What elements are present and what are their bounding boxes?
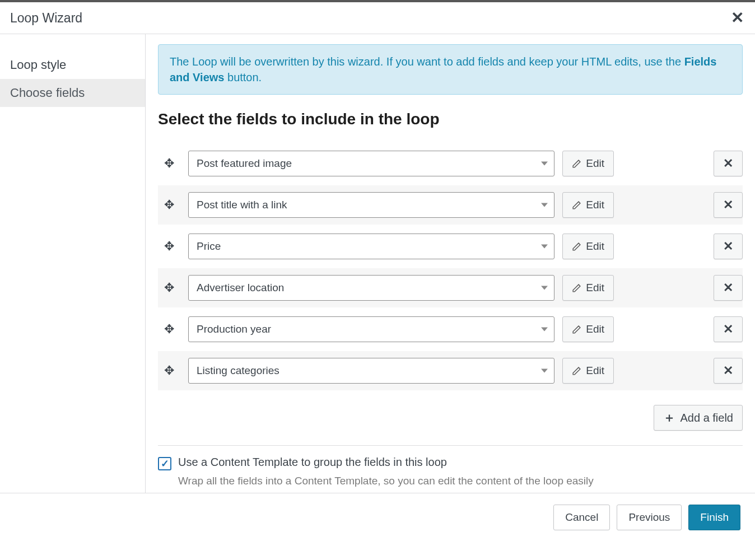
close-icon: ✕ bbox=[723, 281, 733, 295]
dialog-body: Loop style Choose fields The Loop will b… bbox=[0, 34, 755, 493]
remove-button[interactable]: ✕ bbox=[714, 151, 743, 176]
previous-button[interactable]: Previous bbox=[617, 505, 682, 530]
edit-button[interactable]: Edit bbox=[562, 192, 614, 218]
chevron-down-icon bbox=[541, 162, 548, 166]
edit-button[interactable]: Edit bbox=[562, 275, 614, 301]
chevron-down-icon bbox=[541, 203, 548, 207]
previous-button-label: Previous bbox=[628, 511, 670, 523]
edit-button-label: Edit bbox=[586, 282, 604, 294]
field-row: ✥ Post title with a link Edit ✕ bbox=[158, 185, 743, 225]
close-icon: ✕ bbox=[723, 363, 733, 378]
chevron-down-icon bbox=[541, 245, 548, 249]
pencil-icon bbox=[572, 325, 581, 334]
finish-button-label: Finish bbox=[700, 511, 729, 523]
drag-handle-icon[interactable]: ✥ bbox=[164, 281, 174, 295]
field-select-value: Advertiser location bbox=[197, 282, 284, 294]
section-title: Select the fields to include in the loop bbox=[158, 110, 743, 128]
dialog-title: Loop Wizard bbox=[10, 11, 82, 26]
edit-button-label: Edit bbox=[586, 157, 604, 170]
chevron-down-icon bbox=[541, 328, 548, 332]
cancel-button[interactable]: Cancel bbox=[553, 505, 610, 530]
notice-text-pre: The Loop will be overwritten by this wiz… bbox=[170, 55, 684, 68]
drag-handle-icon[interactable]: ✥ bbox=[164, 363, 174, 378]
edit-button-label: Edit bbox=[586, 365, 604, 377]
wizard-sidebar: Loop style Choose fields bbox=[0, 34, 146, 493]
field-select-value: Production year bbox=[197, 323, 271, 335]
edit-button-label: Edit bbox=[586, 240, 604, 253]
field-select[interactable]: Post featured image bbox=[188, 151, 554, 176]
sidebar-item-choose-fields[interactable]: Choose fields bbox=[0, 79, 145, 107]
edit-button[interactable]: Edit bbox=[562, 316, 614, 342]
dialog-header: Loop Wizard ✕ bbox=[0, 2, 755, 34]
field-select[interactable]: Listing categories bbox=[188, 358, 554, 384]
close-icon: ✕ bbox=[723, 198, 733, 212]
pencil-icon bbox=[572, 242, 581, 251]
field-row: ✥ Advertiser location Edit ✕ bbox=[158, 268, 743, 307]
remove-button[interactable]: ✕ bbox=[714, 316, 743, 342]
field-row: ✥ Post featured image Edit ✕ bbox=[158, 144, 743, 183]
content-template-label: Use a Content Template to group the fiel… bbox=[178, 456, 447, 469]
drag-handle-icon[interactable]: ✥ bbox=[164, 239, 174, 254]
add-field-button[interactable]: ＋ Add a field bbox=[654, 405, 743, 431]
plus-icon: ＋ bbox=[663, 409, 675, 426]
edit-button[interactable]: Edit bbox=[562, 358, 614, 384]
info-notice: The Loop will be overwritten by this wiz… bbox=[158, 44, 743, 95]
remove-button[interactable]: ✕ bbox=[714, 234, 743, 259]
field-select[interactable]: Price bbox=[188, 234, 554, 259]
main-panel: The Loop will be overwritten by this wiz… bbox=[146, 34, 755, 493]
pencil-icon bbox=[572, 159, 581, 169]
field-row: ✥ Listing categories Edit ✕ bbox=[158, 351, 743, 390]
field-row: ✥ Price Edit ✕ bbox=[158, 227, 743, 266]
chevron-down-icon bbox=[541, 369, 548, 373]
pencil-icon bbox=[572, 200, 581, 210]
close-icon: ✕ bbox=[723, 322, 733, 337]
notice-text-post: button. bbox=[224, 71, 262, 83]
field-select-value: Price bbox=[197, 240, 221, 253]
edit-button-label: Edit bbox=[586, 199, 604, 211]
add-field-row: ＋ Add a field bbox=[158, 393, 743, 445]
sidebar-item-label: Loop style bbox=[10, 58, 66, 72]
content-template-sublabel: Wrap all the fields into a Content Templ… bbox=[158, 475, 743, 487]
remove-button[interactable]: ✕ bbox=[714, 192, 743, 218]
checkmark-icon: ✓ bbox=[161, 458, 169, 470]
sidebar-item-loop-style[interactable]: Loop style bbox=[0, 51, 145, 79]
chevron-down-icon bbox=[541, 286, 548, 290]
field-select-value: Listing categories bbox=[197, 365, 279, 377]
field-select[interactable]: Post title with a link bbox=[188, 192, 554, 218]
field-select[interactable]: Production year bbox=[188, 316, 554, 342]
add-field-label: Add a field bbox=[680, 412, 733, 424]
edit-button-label: Edit bbox=[586, 323, 604, 335]
remove-button[interactable]: ✕ bbox=[714, 275, 743, 301]
pencil-icon bbox=[572, 283, 581, 293]
drag-handle-icon[interactable]: ✥ bbox=[164, 156, 174, 171]
divider bbox=[158, 445, 743, 446]
finish-button[interactable]: Finish bbox=[688, 505, 740, 530]
remove-button[interactable]: ✕ bbox=[714, 358, 743, 384]
pencil-icon bbox=[572, 366, 581, 376]
field-select-value: Post title with a link bbox=[197, 199, 287, 211]
dialog-footer: Cancel Previous Finish bbox=[0, 493, 755, 542]
content-template-checkbox[interactable]: ✓ bbox=[158, 457, 171, 470]
drag-handle-icon[interactable]: ✥ bbox=[164, 198, 174, 212]
field-select[interactable]: Advertiser location bbox=[188, 275, 554, 301]
cancel-button-label: Cancel bbox=[565, 511, 598, 523]
close-icon[interactable]: ✕ bbox=[731, 10, 744, 26]
edit-button[interactable]: Edit bbox=[562, 151, 614, 176]
field-select-value: Post featured image bbox=[197, 157, 292, 170]
sidebar-item-label: Choose fields bbox=[10, 86, 85, 100]
close-icon: ✕ bbox=[723, 156, 733, 171]
drag-handle-icon[interactable]: ✥ bbox=[164, 322, 174, 337]
content-template-option: ✓ Use a Content Template to group the fi… bbox=[158, 456, 743, 470]
field-row: ✥ Production year Edit ✕ bbox=[158, 310, 743, 349]
close-icon: ✕ bbox=[723, 239, 733, 254]
edit-button[interactable]: Edit bbox=[562, 234, 614, 259]
